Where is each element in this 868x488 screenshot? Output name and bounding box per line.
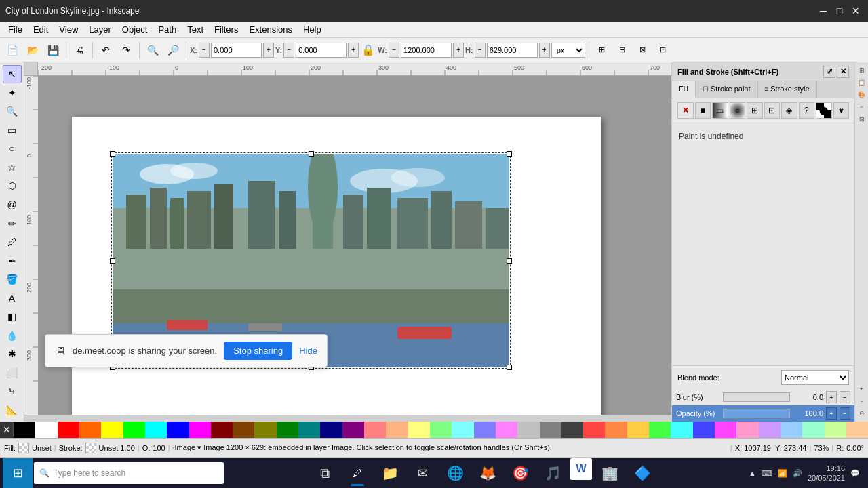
x-input[interactable] xyxy=(211,43,262,58)
blend-mode-select[interactable]: Normal Multiply Screen Overlay xyxy=(781,370,849,385)
palette-color-swatch[interactable] xyxy=(496,422,517,438)
right-icon-2[interactable]: 📋 xyxy=(856,77,867,88)
palette-color-swatch[interactable] xyxy=(35,422,57,438)
redo-button[interactable]: ↷ xyxy=(117,41,136,60)
right-icon-1[interactable]: ⊞ xyxy=(856,65,867,76)
gradient-tool[interactable]: ◧ xyxy=(3,308,22,326)
dropper-tool[interactable]: 💧 xyxy=(3,326,22,344)
maximize-button[interactable]: □ xyxy=(833,4,846,18)
drawing-area[interactable]: 🖥 de.meet.coop is sharing your screen. S… xyxy=(38,76,671,415)
palette-color-swatch[interactable] xyxy=(320,422,342,438)
palette-color-swatch[interactable] xyxy=(846,422,868,438)
undo-button[interactable]: ↶ xyxy=(96,41,115,60)
right-icon-4[interactable]: ≡ xyxy=(856,102,867,113)
palette-color-swatch[interactable] xyxy=(14,422,35,438)
palette-no-color[interactable]: ✕ xyxy=(0,423,14,436)
taskbar-search[interactable]: 🔍 Type here to search xyxy=(34,462,224,484)
node-tool[interactable]: ✦ xyxy=(3,84,22,102)
spray-tool[interactable]: ✱ xyxy=(3,345,22,363)
text-tool[interactable]: A xyxy=(3,289,22,307)
blur-increment[interactable]: + xyxy=(826,391,837,403)
palette-color-swatch[interactable] xyxy=(79,422,101,438)
tray-icon-volume[interactable]: 🔊 xyxy=(793,469,802,478)
right-icon-zoom-in[interactable]: + xyxy=(856,384,867,394)
menu-object[interactable]: Object xyxy=(117,23,153,36)
paint-pattern-button[interactable]: ⊡ xyxy=(764,102,781,119)
taskbar-firefox[interactable]: 🦊 xyxy=(473,458,502,488)
paint-radial-grad-button[interactable]: ○ xyxy=(730,102,746,119)
palette-color-swatch[interactable] xyxy=(211,422,233,438)
h-input[interactable] xyxy=(487,43,538,58)
palette-color-swatch[interactable] xyxy=(277,422,298,438)
panel-close-btn[interactable]: ✕ xyxy=(837,66,849,78)
opacity-increment[interactable]: + xyxy=(826,407,837,420)
right-icon-3[interactable]: 🎨 xyxy=(856,89,867,100)
select-tool[interactable]: ↖ xyxy=(3,65,22,83)
menu-layer[interactable]: Layer xyxy=(83,23,117,36)
stop-sharing-button[interactable]: Stop sharing xyxy=(224,342,292,360)
new-button[interactable]: 📄 xyxy=(3,41,22,60)
menu-view[interactable]: View xyxy=(54,23,83,36)
snap-btn-4[interactable]: ⊡ xyxy=(654,41,673,60)
palette-color-swatch[interactable] xyxy=(736,422,758,438)
handle-ml[interactable] xyxy=(110,258,115,264)
paint-mesh-grad-button[interactable]: ⊞ xyxy=(747,102,763,119)
palette-color-swatch[interactable] xyxy=(298,422,320,438)
palette-color-swatch[interactable] xyxy=(583,422,605,438)
tab-stroke-paint[interactable]: ☐ Stroke paint xyxy=(696,81,757,98)
menu-text[interactable]: Text xyxy=(182,23,209,36)
taskbar-inkscape[interactable]: 🖊 xyxy=(342,458,372,488)
palette-color-swatch[interactable] xyxy=(759,422,781,438)
hide-button[interactable]: Hide xyxy=(299,346,317,356)
palette-color-swatch[interactable] xyxy=(101,422,123,438)
snap-btn-2[interactable]: ⊟ xyxy=(613,41,632,60)
palette-color-swatch[interactable] xyxy=(145,422,167,438)
palette-color-swatch[interactable] xyxy=(430,422,452,438)
paint-flat-button[interactable]: ■ xyxy=(695,102,711,119)
minimize-button[interactable]: ─ xyxy=(816,4,830,18)
palette-color-swatch[interactable] xyxy=(605,422,627,438)
w-decrement[interactable]: − xyxy=(389,43,399,58)
opacity-slider[interactable] xyxy=(723,409,790,418)
palette-color-swatch[interactable] xyxy=(693,422,715,438)
right-icon-zoom-fit[interactable]: ⊙ xyxy=(856,408,867,419)
3d-box-tool[interactable]: ⬡ xyxy=(3,177,22,195)
palette-color-swatch[interactable] xyxy=(540,422,561,438)
w-increment[interactable]: + xyxy=(453,43,464,58)
stroke-color-box[interactable] xyxy=(85,443,96,453)
taskbar-app3[interactable]: 🏢 xyxy=(595,458,625,488)
tray-notification[interactable]: 💬 xyxy=(850,469,860,478)
open-button[interactable]: 📂 xyxy=(23,41,42,60)
calligraphy-tool[interactable]: ✒ xyxy=(3,251,22,270)
handle-mr[interactable] xyxy=(507,258,512,264)
palette-color-swatch[interactable] xyxy=(233,422,254,438)
palette-color-swatch[interactable] xyxy=(167,422,189,438)
paint-unset-fill[interactable]: ⬤ xyxy=(816,102,832,119)
palette-color-swatch[interactable] xyxy=(561,422,583,438)
tab-fill[interactable]: Fill xyxy=(672,81,696,98)
save-button[interactable]: 💾 xyxy=(43,41,62,60)
start-button[interactable]: ⊞ xyxy=(3,458,33,488)
paint-none-button[interactable]: ✕ xyxy=(677,102,694,119)
palette-color-swatch[interactable] xyxy=(386,422,408,438)
taskbar-app2[interactable]: 🎵 xyxy=(538,458,568,488)
palette-color-swatch[interactable] xyxy=(671,422,692,438)
handle-tl[interactable] xyxy=(110,151,115,157)
taskbar-word[interactable]: W xyxy=(570,458,592,480)
palette-color-swatch[interactable] xyxy=(254,422,276,438)
palette-color-swatch[interactable] xyxy=(802,422,824,438)
tray-datetime[interactable]: 19:16 20/05/2021 xyxy=(808,464,845,483)
handle-tr[interactable] xyxy=(507,151,512,157)
h-increment[interactable]: + xyxy=(539,43,550,58)
fill-color-box[interactable] xyxy=(18,443,29,453)
right-icon-5[interactable]: ⊠ xyxy=(856,114,867,125)
close-button[interactable]: ✕ xyxy=(849,4,863,18)
panel-detach-btn[interactable]: ⤢ xyxy=(823,66,835,78)
palette-color-swatch[interactable] xyxy=(452,422,473,438)
palette-color-swatch[interactable] xyxy=(649,422,671,438)
menu-extensions[interactable]: Extensions xyxy=(243,23,298,36)
handle-br[interactable] xyxy=(507,365,512,370)
tray-icon-1[interactable]: ▲ xyxy=(749,469,756,477)
y-increment[interactable]: + xyxy=(348,43,359,58)
menu-file[interactable]: File xyxy=(3,23,28,36)
